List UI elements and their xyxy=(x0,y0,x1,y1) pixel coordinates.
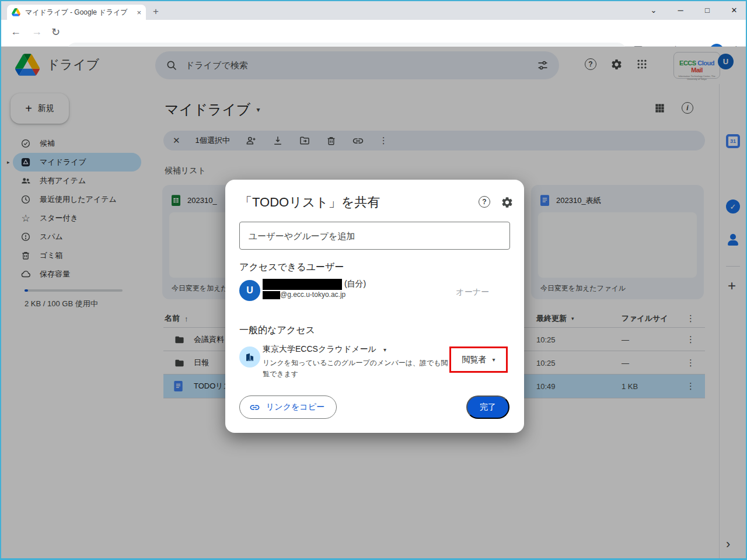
drive-favicon-icon xyxy=(12,8,20,16)
role-label: 閲覧者 xyxy=(462,355,486,365)
add-people-input[interactable] xyxy=(239,222,510,250)
owner-row: U (自分) @g.ecc.u-tokyo.ac.jp オーナー xyxy=(239,279,510,299)
tab-title: マイドライブ - Google ドライブ xyxy=(25,8,132,18)
done-button[interactable]: 完了 xyxy=(466,396,509,419)
owner-role-label: オーナー xyxy=(456,287,489,298)
general-access-row: 東京大学ECCSクラウドメール ▾ リンクを知っているこのグループのメンバーは、… xyxy=(239,344,510,379)
tab-search-icon[interactable]: ⌄ xyxy=(641,1,666,19)
redacted-owner-name xyxy=(263,279,342,290)
browser-titlebar: マイドライブ - Google ドライブ × + ⌄ ─ □ ✕ xyxy=(1,1,746,20)
access-scope-label: 東京大学ECCSクラウドメール xyxy=(263,344,376,355)
people-section-heading: アクセスできるユーザー xyxy=(239,261,344,274)
browser-toolbar: ← → ↻ drive.google.com/drive/my-drive ☆ xyxy=(1,20,746,47)
access-description: リンクを知っているこのグループのメンバーは、誰でも閲覧できます xyxy=(263,358,448,379)
copy-link-button[interactable]: リンクをコピー xyxy=(239,396,337,419)
screen: マイドライブ - Google ドライブ × + ⌄ ─ □ ✕ ← → ↻ d… xyxy=(0,0,747,560)
forward-icon[interactable]: → xyxy=(32,26,42,38)
chevron-down-icon: ▾ xyxy=(492,356,495,363)
dialog-help-icon[interactable]: ? xyxy=(479,196,490,208)
back-icon[interactable]: ← xyxy=(11,26,21,38)
share-dialog: 「TODOリスト」を共有 ? アクセスできるユーザー U (自分) @g.ecc… xyxy=(225,180,524,433)
redacted-email-prefix xyxy=(263,291,280,299)
general-access-heading: 一般的なアクセス xyxy=(239,324,315,337)
dialog-title: 「TODOリスト」を共有 xyxy=(239,194,380,211)
reload-icon[interactable]: ↻ xyxy=(51,26,60,38)
chevron-down-icon: ▾ xyxy=(383,346,386,353)
minimize-button[interactable]: ─ xyxy=(668,1,693,19)
new-tab-button[interactable]: + xyxy=(153,6,159,18)
owner-email-domain: @g.ecc.u-tokyo.ac.jp xyxy=(280,290,345,299)
dialog-settings-icon[interactable] xyxy=(501,196,514,209)
link-icon xyxy=(249,402,260,413)
maximize-button[interactable]: □ xyxy=(694,1,720,19)
owner-self-label: (自分) xyxy=(344,279,366,288)
tab-close-icon[interactable]: × xyxy=(137,8,141,17)
organization-icon xyxy=(239,346,260,368)
window-close-button[interactable]: ✕ xyxy=(721,1,747,19)
copy-link-label: リンクをコピー xyxy=(266,402,324,412)
owner-avatar: U xyxy=(239,280,260,301)
browser-tab[interactable]: マイドライブ - Google ドライブ × xyxy=(7,5,146,20)
role-dropdown-highlighted[interactable]: 閲覧者 ▾ xyxy=(449,346,508,373)
